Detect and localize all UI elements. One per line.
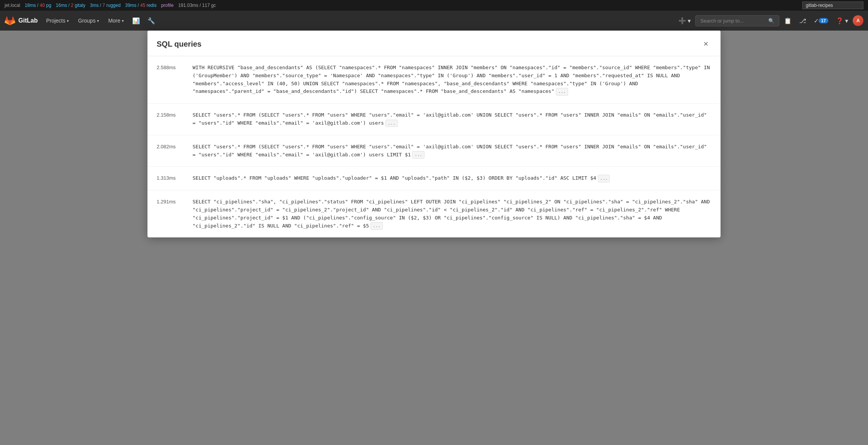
gitlab-logo[interactable]: GitLab [5, 15, 38, 26]
debug-rugged-link[interactable]: 3ms / 7 rugged [90, 3, 121, 8]
avatar[interactable]: A [853, 15, 863, 26]
nav-search-placeholder: Search or jump to... [700, 18, 743, 24]
debug-redis-link[interactable]: 39ms / 45 redis [125, 3, 157, 8]
navbar: GitLab Projects ▾ Groups ▾ More ▾ 📊 🔧 ➕ … [0, 11, 868, 31]
debug-bar: jet.local 18ms / 40 pg 16ms / 2 gitaly 3… [0, 0, 868, 11]
nav-merge-request-icon[interactable]: ⎇ [796, 15, 809, 27]
more-chevron-icon: ▾ [122, 19, 124, 23]
nav-help-icon[interactable]: ❓ ▾ [833, 15, 851, 27]
debug-gitaly-link[interactable]: 16ms / 2 gitaly [56, 3, 85, 8]
nav-chart-icon[interactable]: 📊 [129, 15, 143, 27]
notification-badge: 17 [819, 18, 828, 23]
debug-search-input[interactable] [802, 2, 863, 9]
groups-chevron-icon: ▾ [97, 19, 99, 23]
nav-todo-icon[interactable]: 📋 [781, 15, 795, 27]
nav-projects[interactable]: Projects ▾ [42, 15, 73, 26]
nav-wrench-icon[interactable]: 🔧 [144, 15, 158, 27]
debug-pg-link[interactable]: 18ms / 40 pg [25, 3, 51, 8]
debug-gc-info: 191.03ms / 117 gc [178, 3, 216, 8]
debug-profile-link[interactable]: profile [161, 3, 174, 8]
search-icon: 🔍 [768, 18, 774, 24]
gitlab-fox-icon [5, 15, 15, 26]
debug-host: jet.local [5, 3, 20, 8]
projects-chevron-icon: ▾ [67, 19, 69, 23]
nav-issues-icon[interactable]: ✓ 17 [811, 15, 831, 27]
navbar-logo-text: GitLab [18, 17, 38, 24]
nav-groups[interactable]: Groups ▾ [74, 15, 103, 26]
nav-add-button[interactable]: ➕ ▾ [675, 15, 694, 27]
nav-more[interactable]: More ▾ [104, 15, 128, 26]
nav-search-box[interactable]: Search or jump to... 🔍 [695, 15, 779, 26]
